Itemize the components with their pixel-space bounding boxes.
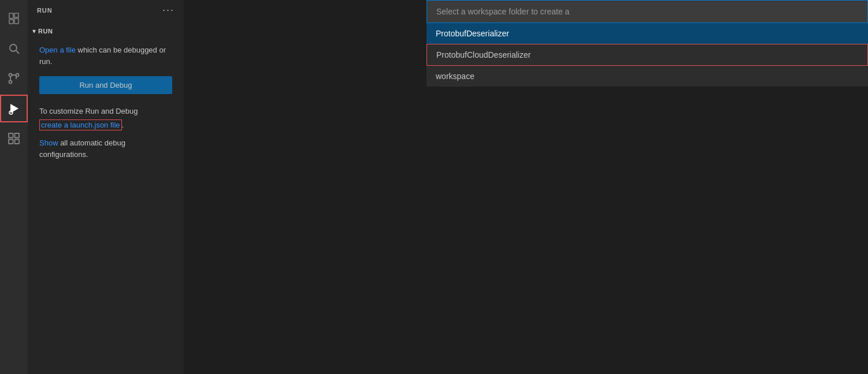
- sidebar-more-actions[interactable]: ···: [162, 4, 175, 16]
- svg-rect-15: [15, 140, 20, 144]
- run-section: ▾ RUN Open a file which can be debugged …: [28, 20, 184, 171]
- run-debug-icon[interactable]: [0, 95, 28, 122]
- workspace-dropdown: ProtobufDeserializer ProtobufCloudDeseri…: [426, 0, 868, 87]
- svg-rect-12: [9, 133, 13, 138]
- workspace-search-input[interactable]: [436, 7, 858, 16]
- show-link[interactable]: Show: [39, 139, 58, 147]
- svg-point-4: [10, 44, 17, 51]
- svg-rect-3: [14, 18, 18, 24]
- dropdown-input-wrapper: [426, 0, 868, 23]
- search-icon[interactable]: [0, 35, 28, 62]
- svg-marker-9: [10, 104, 18, 113]
- create-launch-json-link[interactable]: create a launch.json file: [39, 119, 122, 130]
- svg-rect-13: [15, 133, 20, 138]
- open-file-link[interactable]: Open a file: [39, 46, 76, 54]
- svg-line-5: [16, 51, 19, 54]
- svg-rect-0: [9, 13, 13, 18]
- sidebar: RUN ··· ▾ RUN Open a file which can be d…: [28, 0, 184, 374]
- run-and-debug-button[interactable]: Run and Debug: [39, 76, 172, 94]
- activity-bar: [0, 0, 28, 374]
- open-file-text: Open a file which can be debugged or run…: [39, 44, 172, 67]
- extensions-icon[interactable]: [0, 125, 28, 152]
- show-debug-configs: Show all automatic debug configurations.: [39, 137, 172, 160]
- dropdown-item-workspace[interactable]: workspace: [426, 66, 868, 87]
- source-control-icon[interactable]: [0, 65, 28, 92]
- svg-rect-1: [9, 20, 13, 24]
- svg-rect-14: [9, 140, 13, 144]
- svg-point-6: [9, 81, 12, 84]
- dropdown-item-protobuf-cloud-deserializer[interactable]: ProtobufCloudDeserializer: [426, 44, 868, 66]
- explorer-icon[interactable]: [0, 5, 28, 32]
- sidebar-header: RUN ···: [28, 0, 184, 20]
- svg-point-7: [9, 74, 12, 77]
- section-header[interactable]: ▾ RUN: [28, 25, 184, 38]
- launch-suffix: .: [122, 121, 124, 129]
- sidebar-content: Open a file which can be debugged or run…: [28, 38, 184, 167]
- section-label: RUN: [38, 28, 53, 35]
- customize-text: To customize Run and Debug: [39, 106, 172, 117]
- main-area: ProtobufDeserializer ProtobufCloudDeseri…: [184, 0, 868, 374]
- launch-file-line: create a launch.json file.: [39, 119, 172, 131]
- sidebar-title: RUN: [37, 7, 52, 14]
- dropdown-list: ProtobufDeserializer ProtobufCloudDeseri…: [426, 23, 868, 87]
- dropdown-item-protobuf-deserializer[interactable]: ProtobufDeserializer: [426, 23, 868, 44]
- svg-rect-2: [14, 13, 18, 17]
- chevron-icon: ▾: [32, 27, 36, 35]
